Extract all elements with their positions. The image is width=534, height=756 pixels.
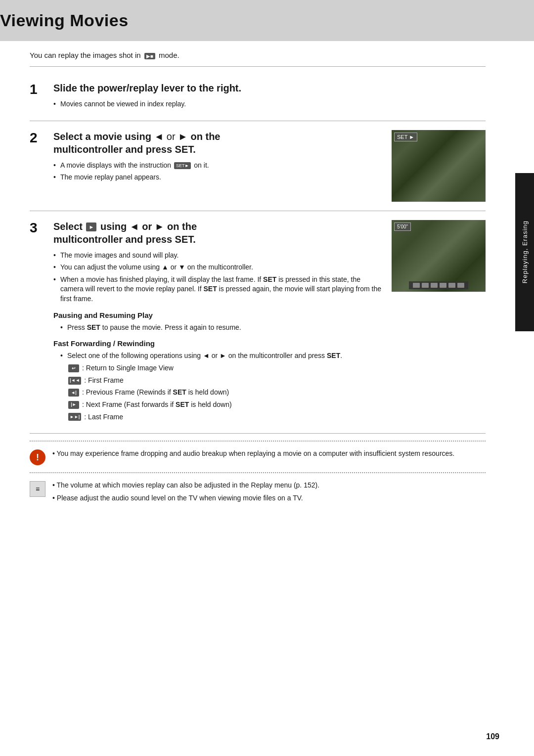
step3-section: 3 Select ► using ◄ or ► on themulticontr… <box>30 211 486 434</box>
warning-bullet: • <box>52 449 57 457</box>
op-item-1: ↩ : Return to Single Image View <box>68 363 382 373</box>
op-item-5: ►►| : Last Frame <box>68 412 382 422</box>
warning-icon-symbol: ! <box>36 452 39 463</box>
title-section: Viewing Movies <box>0 0 534 41</box>
page-container: Replaying, Erasing Viewing Movies You ca… <box>0 0 534 756</box>
ctrl-btn-1 <box>413 283 420 288</box>
warning-text: • You may experience frame dropping and … <box>52 448 454 459</box>
page-number: 109 <box>486 732 499 741</box>
pausing-bullet-1: Press SET to pause the movie. Press it a… <box>60 322 382 332</box>
page-title: Viewing Movies <box>0 11 523 30</box>
step3-img-overlay-top: 5'00" <box>394 222 411 231</box>
step1-heading: Slide the power/replay lever to the righ… <box>53 82 486 94</box>
dotted-divider-2 <box>30 472 486 473</box>
step3-select: Select <box>53 221 85 232</box>
step3-bullet-3: When a movie has finished playing, it wi… <box>53 275 382 304</box>
op-label-1: : Return to Single Image View <box>82 363 174 373</box>
warning-icon: ! <box>30 449 45 465</box>
step2-arrows: ◄ or ► <box>154 131 188 142</box>
op-label-3: : Previous Frame (Rewinds if SET is held… <box>82 388 229 398</box>
op-label-4: : Next Frame (Fast forwards if SET is he… <box>82 400 232 410</box>
step1-content: Slide the power/replay lever to the righ… <box>53 82 486 112</box>
step3-bullet-1: The movie images and sound will play. <box>53 251 382 261</box>
ctrl-btn-3 <box>431 283 438 288</box>
note-bullet-1: • The volume at which movies replay can … <box>52 480 319 490</box>
step3-top: 3 Select ► using ◄ or ► on themulticontr… <box>30 220 486 425</box>
step2-content: Select a movie using ◄ or ► on themultic… <box>53 130 382 185</box>
dotted-divider-1 <box>30 441 486 442</box>
step3-screenshot: 5'00" <box>392 220 486 292</box>
step3-period: . <box>193 234 196 245</box>
op-icon-2: |◄◄ <box>68 377 81 385</box>
step2-bullets: A movie displays with the instruction SE… <box>53 161 382 182</box>
step3-content: Select ► using ◄ or ► on themulticontrol… <box>53 220 382 425</box>
step1-bullet-1: Movies cannot be viewed in index replay. <box>53 99 486 109</box>
step3-play-icon: ► <box>86 222 96 231</box>
note-text: • The volume at which movies replay can … <box>52 480 319 503</box>
ctrl-btn-5 <box>448 283 455 288</box>
main-content: You can replay the images shot in ▶■ mod… <box>0 51 515 539</box>
op-icon-3: ◄| <box>68 389 79 397</box>
step3-number: 3 <box>30 221 48 235</box>
step3-heading: Select ► using ◄ or ► on themulticontrol… <box>53 220 382 246</box>
step2-img-overlay-top: SET ► <box>394 133 417 141</box>
op-label-5: : Last Frame <box>84 412 123 422</box>
step1-section: 1 Slide the power/replay lever to the ri… <box>30 73 486 121</box>
note-section: ≡ • The volume at which movies replay ca… <box>30 480 486 503</box>
set-icon-inline: SET► <box>174 162 191 170</box>
operation-list: ↩ : Return to Single Image View |◄◄ : Fi… <box>68 363 382 422</box>
op-icon-4: |► <box>68 401 79 409</box>
side-tab-label: Replaying, Erasing <box>521 221 529 283</box>
op-item-4: |► : Next Frame (Fast forwards if SET is… <box>68 400 382 410</box>
step3-bullet-2: You can adjust the volume using ▲ or ▼ o… <box>53 263 382 272</box>
step3-image: 5'00" <box>392 220 486 292</box>
movie-mode-icon: ▶■ <box>144 53 155 59</box>
step3-img-overlay-bottom <box>409 281 468 289</box>
step1-number: 1 <box>30 83 48 96</box>
fast-forward-intro-item: Select one of the following operations u… <box>60 351 382 360</box>
step2-bullet-1: A movie displays with the instruction SE… <box>53 161 382 171</box>
fast-forward-heading: Fast Forwarding / Rewinding <box>53 339 382 348</box>
op-icon-1: ↩ <box>68 364 79 372</box>
step2-set: SET <box>175 144 193 155</box>
step3-bullets: The movie images and sound will play. Yo… <box>53 251 382 304</box>
intro-text: You can replay the images shot in ▶■ mod… <box>30 51 486 67</box>
step3-set: SET <box>175 234 193 245</box>
step2-period: . <box>193 144 196 155</box>
pausing-heading: Pausing and Resuming Play <box>53 311 382 319</box>
note-icon: ≡ <box>30 481 45 497</box>
warning-note: ! • You may experience frame dropping an… <box>30 448 486 465</box>
ctrl-btn-6 <box>457 283 464 288</box>
pausing-bullets: Press SET to pause the movie. Press it a… <box>60 322 382 332</box>
step2-heading: Select a movie using ◄ or ► on themultic… <box>53 130 382 156</box>
step2-screenshot: SET ► <box>392 130 486 202</box>
ctrl-btn-4 <box>440 283 446 288</box>
step2-bullet-2: The movie replay panel appears. <box>53 173 382 182</box>
step2-heading-prefix: Select a movie using <box>53 131 154 142</box>
op-label-2: : First Frame <box>84 376 123 386</box>
note-bullet-2: • Please adjust the audio sound level on… <box>52 493 319 503</box>
step2-section: 2 Select a movie using ◄ or ► on themult… <box>30 121 486 211</box>
note-icon-symbol: ≡ <box>36 485 40 493</box>
ctrl-btn-2 <box>422 283 429 288</box>
warning-body: You may experience frame dropping and au… <box>57 449 455 457</box>
op-icon-5: ►►| <box>68 413 81 421</box>
fast-forward-intro: Select one of the following operations u… <box>60 351 382 360</box>
step2-number: 2 <box>30 131 48 145</box>
op-item-2: |◄◄ : First Frame <box>68 376 382 386</box>
op-item-3: ◄| : Previous Frame (Rewinds if SET is h… <box>68 388 382 398</box>
step2-image: SET ► <box>392 130 486 202</box>
step1-bullets: Movies cannot be viewed in index replay. <box>53 99 486 109</box>
side-tab: Replaying, Erasing <box>515 173 534 331</box>
